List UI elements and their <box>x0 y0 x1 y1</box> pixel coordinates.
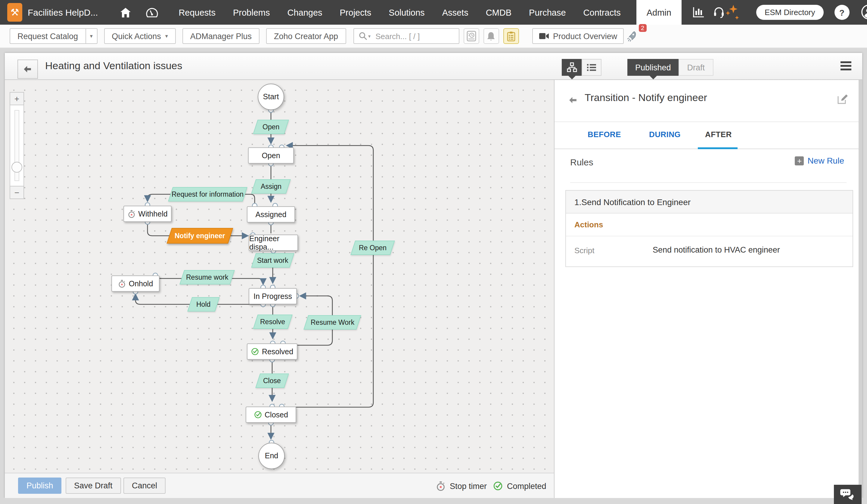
global-search[interactable]: ▾ <box>353 28 459 44</box>
notifications-button[interactable] <box>483 28 499 44</box>
transition-re-open[interactable]: Re Open <box>350 241 395 255</box>
transition-start-work[interactable]: Start work <box>251 253 295 267</box>
workflow-canvas[interactable]: + − Start End Open Withheld Assigned Eng… <box>5 80 554 473</box>
back-button[interactable] <box>18 59 38 79</box>
recent-items-button[interactable] <box>463 28 479 44</box>
panel-header: Transition - Notify engineer <box>555 80 862 122</box>
request-catalog-button[interactable]: Request Catalog <box>10 28 85 44</box>
transition-assign[interactable]: Assign <box>251 179 291 194</box>
draft-tab[interactable]: Draft <box>679 59 714 76</box>
zoom-in-button[interactable]: + <box>10 92 24 105</box>
new-rule-button[interactable]: + New Rule <box>795 156 844 165</box>
state-engineer-dispatched[interactable]: Engineer dispa... <box>249 234 298 251</box>
product-overview-group: Product Overview 2 <box>532 28 637 44</box>
flow-view-button[interactable] <box>562 59 581 76</box>
state-assigned[interactable]: Assigned <box>247 206 295 222</box>
esm-directory-button[interactable]: ESM Directory <box>756 5 824 20</box>
cancel-button[interactable]: Cancel <box>124 478 165 494</box>
state-start[interactable]: Start <box>258 84 284 110</box>
state-end[interactable]: End <box>258 443 285 469</box>
nav-item-projects[interactable]: Projects <box>340 8 372 17</box>
tab-before[interactable]: BEFORE <box>588 130 621 139</box>
nav-item-problems[interactable]: Problems <box>233 8 270 17</box>
panel-back-arrow[interactable] <box>568 95 578 105</box>
back-arrow-icon <box>22 64 33 75</box>
list-view-button[interactable] <box>581 59 601 76</box>
state-label: Withheld <box>138 210 167 218</box>
transition-close[interactable]: Close <box>255 373 289 388</box>
canvas-zoom-control: + − <box>10 92 24 199</box>
help-button[interactable]: ? <box>835 5 849 20</box>
product-overview-button[interactable]: Product Overview <box>532 28 624 44</box>
menu-hamburger-icon[interactable] <box>841 61 851 72</box>
main-nav: Requests Problems Changes Projects Solut… <box>179 8 620 17</box>
transition-resume-work-2[interactable]: Resume Work <box>303 315 361 330</box>
timer-icon <box>118 280 126 288</box>
zoom-slider-track[interactable] <box>10 105 24 186</box>
plus-icon: + <box>795 156 804 165</box>
state-onhold[interactable]: Onhold <box>111 275 160 292</box>
panel-scrollbar[interactable] <box>859 80 862 498</box>
history-clock-icon <box>466 31 476 42</box>
search-input[interactable] <box>374 31 443 41</box>
transition-open[interactable]: Open <box>253 120 289 134</box>
edit-icon[interactable] <box>836 93 848 105</box>
state-resolved[interactable]: Resolved <box>247 343 297 360</box>
legend-label: Completed <box>507 481 546 491</box>
transition-hold[interactable]: Hold <box>187 297 220 311</box>
nav-item-admin-active[interactable]: Admin <box>636 0 682 25</box>
bell-icon <box>486 31 495 41</box>
transition-resolve[interactable]: Resolve <box>253 315 292 329</box>
quick-actions-button[interactable]: Quick Actions ▾ <box>104 28 176 44</box>
home-icon[interactable] <box>119 7 131 18</box>
state-open[interactable]: Open <box>248 147 294 164</box>
zoom-out-button[interactable]: − <box>10 186 24 199</box>
nav-item-solutions[interactable]: Solutions <box>389 8 425 17</box>
state-withheld[interactable]: Withheld <box>124 206 172 222</box>
nav-item-cmdb[interactable]: CMDB <box>486 8 512 17</box>
rule-title[interactable]: 1.Send Notification to Engineer <box>566 191 853 213</box>
script-label: Script <box>575 246 594 255</box>
user-avatar[interactable] <box>860 3 867 21</box>
zoho-creator-button[interactable]: Zoho Creator App <box>266 28 346 44</box>
admanager-plus-button[interactable]: ADManager Plus <box>182 28 259 44</box>
rule-card[interactable]: 1.Send Notification to Engineer Actions … <box>565 190 853 267</box>
transition-notify-engineer-selected[interactable]: Notify engineer <box>167 228 233 244</box>
nav-item-requests[interactable]: Requests <box>179 8 215 17</box>
state-in-progress[interactable]: In Progress <box>249 288 297 304</box>
dashboard-gauge-icon[interactable] <box>146 6 158 18</box>
timer-icon <box>127 210 135 218</box>
save-draft-button[interactable]: Save Draft <box>66 478 121 494</box>
transition-resume-work[interactable]: Resume work <box>180 270 235 284</box>
published-tab[interactable]: Published <box>628 59 679 76</box>
state-label: Closed <box>265 410 288 419</box>
nav-item-contracts[interactable]: Contracts <box>584 8 621 17</box>
chat-bubbles-icon <box>840 488 856 501</box>
completed-check-icon <box>251 348 259 355</box>
app-root: ⚒ Facilities HelpD... Requests Problems … <box>0 0 867 504</box>
published-draft-toggle: Published Draft <box>628 59 713 76</box>
nav-item-changes[interactable]: Changes <box>287 8 322 17</box>
publish-button[interactable]: Publish <box>18 478 62 494</box>
search-caret-icon[interactable]: ▾ <box>368 33 371 39</box>
panel-title: Transition - Notify engineer <box>585 92 707 104</box>
chat-launcher-button[interactable] <box>834 485 861 504</box>
state-closed[interactable]: Closed <box>246 407 296 423</box>
app-logo-icon[interactable]: ⚒ <box>7 3 22 22</box>
headset-support-icon[interactable] <box>713 6 725 19</box>
rocket-icon[interactable] <box>627 30 637 42</box>
workflow-footer-bar: Publish Save Draft Cancel Stop timer Com… <box>5 473 554 498</box>
nav-item-purchase[interactable]: Purchase <box>529 8 566 17</box>
tab-after-active[interactable]: AFTER <box>705 130 732 139</box>
portal-name[interactable]: Facilities HelpD... <box>28 7 98 18</box>
nav-item-assets[interactable]: Assets <box>442 8 469 17</box>
legend-label: Stop timer <box>450 481 487 491</box>
zoom-slider-knob[interactable] <box>11 162 22 173</box>
reports-chart-icon[interactable] <box>692 7 705 18</box>
request-catalog-caret[interactable]: ▾ <box>85 28 97 44</box>
script-value: Send notification to HVAC engineer <box>653 245 780 254</box>
task-board-button[interactable] <box>503 28 519 44</box>
legend-completed: Completed <box>493 473 546 498</box>
transition-request-for-information[interactable]: Request for information <box>168 187 247 201</box>
tab-during[interactable]: DURING <box>649 130 681 139</box>
